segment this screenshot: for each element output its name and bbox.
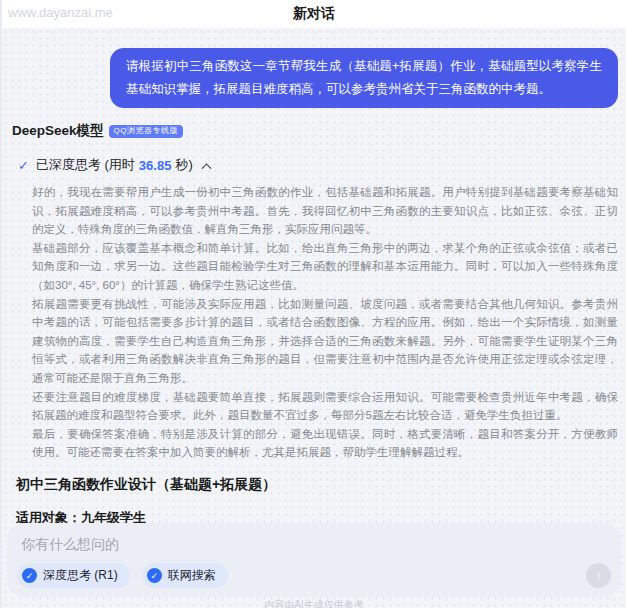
thought-toggle[interactable]: ✓ 已深度思考 (用时 36.85 秒) [10, 156, 618, 174]
model-row: DeepSeek模型 QQ浏览器专线版 [10, 122, 618, 140]
chat-page: 新对话 www.dayanzai.me 请根据初中三角函数这一章节帮我生成（基础… [0, 0, 626, 608]
deep-think-label: 深度思考 (R1) [43, 567, 118, 584]
chevron-up-icon[interactable] [201, 163, 211, 173]
model-name: DeepSeek模型 [12, 122, 104, 140]
answer-title: 初中三角函数作业设计（基础题+拓展题） [10, 476, 618, 494]
deep-think-toggle[interactable]: ✓ 深度思考 (R1) [17, 563, 130, 588]
thought-paragraph: 还要注意题目的难度梯度，基础题要简单直接，拓展题则需要综合运用知识。可能需要检查… [32, 388, 618, 425]
web-search-toggle[interactable]: ✓ 联网搜索 [142, 563, 228, 588]
thought-label-prefix: 已深度思考 (用时 [36, 156, 135, 174]
message-input[interactable] [21, 536, 607, 552]
user-message-bubble: 请根据初中三角函数这一章节帮我生成（基础题+拓展题）作业，基础题型以考察学生基础… [110, 48, 618, 108]
thought-paragraph: 最后，要确保答案准确，特别是涉及计算的部分，避免出现错误。同时，格式要清晰，题目… [32, 425, 618, 462]
watermark: www.dayanzai.me [8, 5, 113, 20]
user-message-row: 请根据初中三角函数这一章节帮我生成（基础题+拓展题）作业，基础题型以考察学生基础… [10, 48, 618, 108]
check-icon: ✓ [18, 158, 29, 173]
page-title: 新对话 [293, 5, 335, 23]
conversation-area: 请根据初中三角函数这一章节帮我生成（基础题+拓展题）作业，基础题型以考察学生基础… [2, 28, 626, 527]
check-circle-icon: ✓ [147, 568, 162, 583]
composer-panel[interactable]: ✓ 深度思考 (R1) ✓ 联网搜索 ↑ [7, 523, 621, 597]
web-search-label: 联网搜索 [168, 567, 216, 584]
thought-paragraph: 基础题部分，应该覆盖基本概念和简单计算。比如，给出直角三角形中的两边，求某个角的… [32, 239, 618, 295]
check-circle-icon: ✓ [22, 568, 37, 583]
thought-duration: 36.85 [139, 158, 172, 173]
model-badge: QQ浏览器专线版 [109, 125, 183, 138]
composer-toolbar: ✓ 深度思考 (R1) ✓ 联网搜索 ↑ [17, 563, 611, 588]
send-button[interactable]: ↑ [586, 563, 611, 588]
ai-disclaimer: 内容由AI生成仅供参考 [2, 598, 626, 608]
thought-content: 好的，我现在需要帮用户生成一份初中三角函数的作业，包括基础题和拓展题。用户特别提… [10, 183, 618, 462]
thought-label-suffix: 秒) [175, 156, 192, 174]
thought-paragraph: 拓展题需要更有挑战性，可能涉及实际应用题，比如测量问题、坡度问题，或者需要结合其… [32, 295, 618, 388]
arrow-up-icon: ↑ [595, 568, 602, 583]
thought-paragraph: 好的，我现在需要帮用户生成一份初中三角函数的作业，包括基础题和拓展题。用户特别提… [32, 183, 618, 239]
